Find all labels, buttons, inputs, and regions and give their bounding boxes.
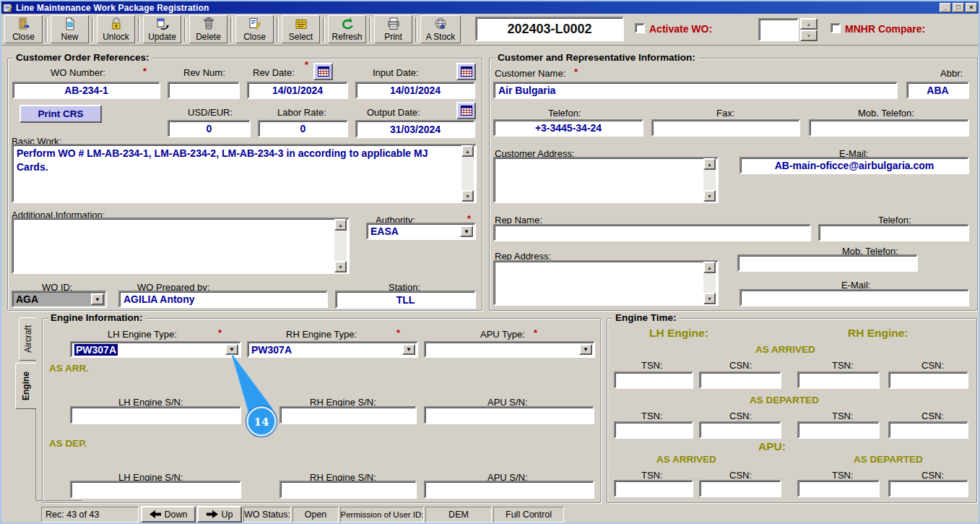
basic-work-scrollbar[interactable]: ▲ ▼ <box>461 145 474 202</box>
toolbar-refresh-button[interactable]: Refresh <box>328 15 366 43</box>
title-bar[interactable]: Line Maintenance Work Package Registrati… <box>1 1 979 14</box>
minimize-button[interactable]: _ <box>940 3 951 12</box>
wo-id-dropdown[interactable]: AGA ▼ <box>12 291 107 308</box>
output-date-field[interactable]: 31/03/2024 <box>355 120 475 138</box>
apu-tsn-arrived-field[interactable] <box>614 480 693 497</box>
scroll-up-icon[interactable]: ▲ <box>703 158 716 170</box>
print-crs-button[interactable]: Print CRS <box>19 105 102 123</box>
permission-user: DEM <box>425 507 492 523</box>
spinner-up-button[interactable]: ▲ <box>800 18 818 30</box>
rep-address-scrollbar[interactable]: ▲ ▼ <box>703 262 716 304</box>
lh-csn-departed-field[interactable] <box>699 421 781 439</box>
scroll-up-icon[interactable]: ▲ <box>334 219 347 231</box>
chevron-down-icon[interactable]: ▼ <box>460 226 473 237</box>
refresh-arrow-icon <box>340 17 355 31</box>
email-field[interactable]: AB-main-oficce@airbulgaria.com <box>740 157 969 174</box>
fax-field[interactable] <box>651 119 800 137</box>
labor-rate-field[interactable]: 0 <box>258 120 348 137</box>
additional-information-scrollbar[interactable]: ▲ ▼ <box>334 219 347 272</box>
record-up-button[interactable]: Up <box>197 506 242 523</box>
activate-wo-label: Activate WO: <box>649 23 712 35</box>
usd-eur-field[interactable]: 0 <box>168 120 251 137</box>
lh-engine-sn-arrived-field[interactable] <box>70 406 241 424</box>
rep-mob-telefon-field[interactable] <box>737 254 918 272</box>
new-document-icon <box>63 17 77 31</box>
apu-csn-departed-field[interactable] <box>888 480 968 497</box>
toolbar-a-stock-button[interactable]: A Stock <box>420 15 461 43</box>
rep-address-textarea[interactable] <box>493 260 719 306</box>
app-icon <box>3 3 13 13</box>
wo-number-field[interactable]: AB-234-1 <box>12 82 160 99</box>
rh-engine-sn-arrived-field[interactable] <box>279 406 417 424</box>
basic-work-textarea[interactable]: Perform WO # LM-AB-234-1, LM-AB-234-2, L… <box>12 144 477 203</box>
scroll-down-icon[interactable]: ▼ <box>461 190 474 202</box>
rep-name-field[interactable] <box>493 224 811 241</box>
toolbar-delete-button[interactable]: Delete <box>189 15 227 43</box>
output-date-calendar-button[interactable] <box>456 102 476 119</box>
customer-info-title: Customer and Representative Information: <box>495 52 698 63</box>
additional-information-textarea[interactable] <box>12 218 350 274</box>
rh-csn-departed-field[interactable] <box>888 421 968 439</box>
mob-telefon-field[interactable] <box>809 119 969 137</box>
scroll-down-icon[interactable]: ▼ <box>703 190 716 202</box>
customer-address-scrollbar[interactable]: ▲ ▼ <box>703 158 716 202</box>
toolbar-unlock-button[interactable]: Unlock <box>97 15 135 43</box>
tab-aircraft[interactable]: Aircraft <box>19 317 36 361</box>
input-date-field[interactable]: 14/01/2024 <box>355 82 475 99</box>
required-asterisk: * <box>218 327 222 338</box>
lh-tsn-departed-field[interactable] <box>614 421 693 439</box>
telefon-field[interactable]: +3-3445-34-24 <box>493 119 643 137</box>
rev-date-field[interactable]: 14/01/2024 <box>247 82 348 99</box>
chevron-down-icon[interactable]: ▼ <box>225 344 238 355</box>
apu-sn-departed-field[interactable] <box>424 481 594 499</box>
toolbar-select-button[interactable]: Select <box>282 15 320 43</box>
chevron-down-icon[interactable]: ▼ <box>579 344 592 355</box>
restore-button[interactable]: □ <box>953 3 964 12</box>
rh-tsn-arrived-field[interactable] <box>797 371 880 389</box>
activate-wo-spinner-input[interactable] <box>758 18 799 41</box>
toolbar-close2-button[interactable]: Close <box>235 15 274 43</box>
lh-engine-sn-departed-field[interactable] <box>70 481 241 499</box>
wo-prepared-by-field[interactable]: AGILIA Antony <box>118 291 328 308</box>
authority-dropdown[interactable]: EASA ▼ <box>366 223 476 240</box>
chevron-down-icon[interactable]: ▼ <box>402 344 415 355</box>
required-asterisk: * <box>534 327 537 338</box>
rep-email-field[interactable] <box>740 289 969 306</box>
input-date-calendar-button[interactable] <box>456 63 476 80</box>
lh-tsn-arrived-field[interactable] <box>614 371 693 389</box>
toolbar-close-button[interactable]: Close <box>4 15 43 43</box>
rh-engine-type-dropdown[interactable]: PW307A ▼ <box>247 341 418 358</box>
rev-num-field[interactable] <box>168 82 240 99</box>
close-window-button[interactable]: × <box>966 3 977 12</box>
record-down-button[interactable]: Down <box>141 506 196 523</box>
abbr-field[interactable]: ABA <box>906 82 969 99</box>
lh-engine-type-dropdown[interactable]: PW307A ▼ <box>70 341 241 358</box>
tab-engine[interactable]: Engine <box>15 363 36 409</box>
usd-eur-label: USD/EUR: <box>188 107 233 118</box>
rep-telefon-field[interactable] <box>818 224 969 241</box>
rev-date-calendar-button[interactable] <box>313 63 333 80</box>
scroll-up-icon[interactable]: ▲ <box>703 262 716 273</box>
rh-csn-arrived-field[interactable] <box>888 371 968 389</box>
toolbar-print-button[interactable]: Print <box>374 15 412 43</box>
toolbar-update-button[interactable]: Update <box>143 15 181 43</box>
lh-csn-arrived-field[interactable] <box>699 371 781 389</box>
toolbar-new-button[interactable]: New <box>51 15 89 43</box>
apu-type-dropdown[interactable]: ▼ <box>424 341 595 358</box>
mnhr-compare-checkbox[interactable] <box>831 23 841 33</box>
required-asterisk: * <box>396 327 400 338</box>
activate-wo-checkbox[interactable] <box>635 23 645 33</box>
chevron-down-icon[interactable]: ▼ <box>91 293 104 305</box>
scroll-down-icon[interactable]: ▼ <box>703 293 716 304</box>
spinner-down-button[interactable]: ▼ <box>800 30 818 41</box>
apu-tsn-departed-field[interactable] <box>797 480 880 497</box>
customer-name-field[interactable]: Air Bulgaria <box>493 82 898 99</box>
scroll-up-icon[interactable]: ▲ <box>461 145 474 157</box>
station-field[interactable]: TLL <box>335 291 476 309</box>
customer-address-textarea[interactable] <box>493 157 719 203</box>
rh-engine-sn-departed-field[interactable] <box>279 481 417 499</box>
scroll-down-icon[interactable]: ▼ <box>334 261 347 272</box>
apu-sn-arrived-field[interactable] <box>424 406 594 424</box>
rh-tsn-departed-field[interactable] <box>797 421 880 439</box>
apu-csn-arrived-field[interactable] <box>699 480 781 497</box>
